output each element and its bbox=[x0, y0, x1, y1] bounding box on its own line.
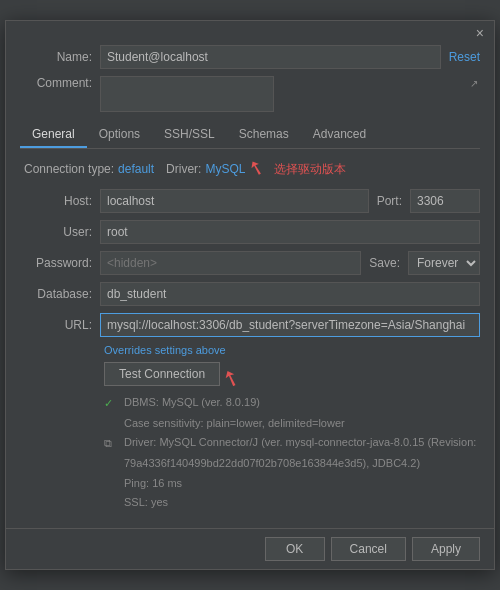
host-input[interactable] bbox=[100, 189, 369, 213]
connection-type-label: Connection type: bbox=[24, 162, 114, 176]
info-row-driver-detail: 79a4336f140499bd22dd07f02b708e163844e3d5… bbox=[104, 455, 480, 473]
tab-general[interactable]: General bbox=[20, 122, 87, 148]
tab-advanced[interactable]: Advanced bbox=[301, 122, 378, 148]
comment-row: Comment: ↗ bbox=[20, 76, 480, 115]
tab-ssh[interactable]: SSH/SSL bbox=[152, 122, 227, 148]
info-section: ✓ DBMS: MySQL (ver. 8.0.19) Case sensiti… bbox=[20, 394, 480, 512]
expand-icon: ↗ bbox=[470, 78, 478, 89]
connection-type-value: default bbox=[118, 162, 154, 176]
dialog-content: Name: Reset Comment: ↗ General Options S… bbox=[6, 45, 494, 524]
save-select[interactable]: Forever bbox=[408, 251, 480, 275]
info-row-driver: ⧉ Driver: MySQL Connector/J (ver. mysql-… bbox=[104, 434, 480, 453]
password-input[interactable] bbox=[100, 251, 361, 275]
url-input[interactable] bbox=[100, 313, 480, 337]
test-connection-button[interactable]: Test Connection bbox=[104, 362, 220, 386]
comment-wrapper: ↗ bbox=[100, 76, 480, 115]
info-ping: Ping: 16 ms bbox=[124, 475, 182, 493]
driver-label: Driver: bbox=[166, 162, 201, 176]
info-dbms: DBMS: MySQL (ver. 8.0.19) bbox=[124, 394, 260, 412]
info-driver-detail: 79a4336f140499bd22dd07f02b708e163844e3d5… bbox=[124, 455, 420, 473]
connection-dialog: × Name: Reset Comment: ↗ General Options… bbox=[5, 20, 495, 570]
ok-button[interactable]: OK bbox=[265, 537, 325, 561]
name-row: Name: Reset bbox=[20, 45, 480, 69]
tab-options[interactable]: Options bbox=[87, 122, 152, 148]
comment-label: Comment: bbox=[20, 76, 100, 90]
host-port-row: Host: Port: bbox=[20, 189, 480, 213]
dialog-footer: OK Cancel Apply bbox=[6, 528, 494, 569]
check-icon: ✓ bbox=[104, 395, 118, 413]
port-label: Port: bbox=[369, 194, 410, 208]
port-input[interactable] bbox=[410, 189, 480, 213]
info-row-case: Case sensitivity: plain=lower, delimited… bbox=[104, 415, 480, 433]
info-driver: Driver: MySQL Connector/J (ver. mysql-co… bbox=[124, 434, 476, 452]
tab-bar: General Options SSH/SSL Schemas Advanced bbox=[20, 122, 480, 149]
close-button[interactable]: × bbox=[472, 25, 488, 41]
info-ssl: SSL: yes bbox=[124, 494, 168, 512]
url-hint: Overrides settings above bbox=[20, 344, 480, 356]
copy-icon: ⧉ bbox=[104, 435, 118, 453]
database-label: Database: bbox=[20, 287, 100, 301]
test-arrow-icon: ➘ bbox=[218, 363, 244, 394]
arrow-icon: ➘ bbox=[245, 155, 268, 183]
driver-annotation: 选择驱动版本 bbox=[274, 161, 346, 178]
info-row-ssl: SSL: yes bbox=[104, 494, 480, 512]
host-label: Host: bbox=[20, 194, 100, 208]
reset-button[interactable]: Reset bbox=[441, 50, 480, 64]
tab-schemas[interactable]: Schemas bbox=[227, 122, 301, 148]
name-label: Name: bbox=[20, 50, 100, 64]
info-row-dbms: ✓ DBMS: MySQL (ver. 8.0.19) bbox=[104, 394, 480, 413]
connection-type-row: Connection type: default Driver: MySQL ➘… bbox=[20, 157, 480, 181]
info-case: Case sensitivity: plain=lower, delimited… bbox=[124, 415, 345, 433]
driver-value: MySQL bbox=[205, 162, 245, 176]
user-input[interactable] bbox=[100, 220, 480, 244]
url-label: URL: bbox=[20, 318, 100, 332]
user-label: User: bbox=[20, 225, 100, 239]
name-input[interactable] bbox=[100, 45, 441, 69]
password-row: Password: Save: Forever bbox=[20, 251, 480, 275]
password-label: Password: bbox=[20, 256, 100, 270]
save-label: Save: bbox=[361, 256, 408, 270]
info-row-ping: Ping: 16 ms bbox=[104, 475, 480, 493]
title-bar: × bbox=[6, 21, 494, 45]
comment-input[interactable] bbox=[100, 76, 274, 112]
url-wrapper bbox=[100, 313, 480, 337]
database-row: Database: bbox=[20, 282, 480, 306]
url-row: URL: bbox=[20, 313, 480, 337]
database-input[interactable] bbox=[100, 282, 480, 306]
apply-button[interactable]: Apply bbox=[412, 537, 480, 561]
user-row: User: bbox=[20, 220, 480, 244]
cancel-button[interactable]: Cancel bbox=[331, 537, 406, 561]
test-connection-area: Test Connection ➘ bbox=[20, 362, 480, 394]
